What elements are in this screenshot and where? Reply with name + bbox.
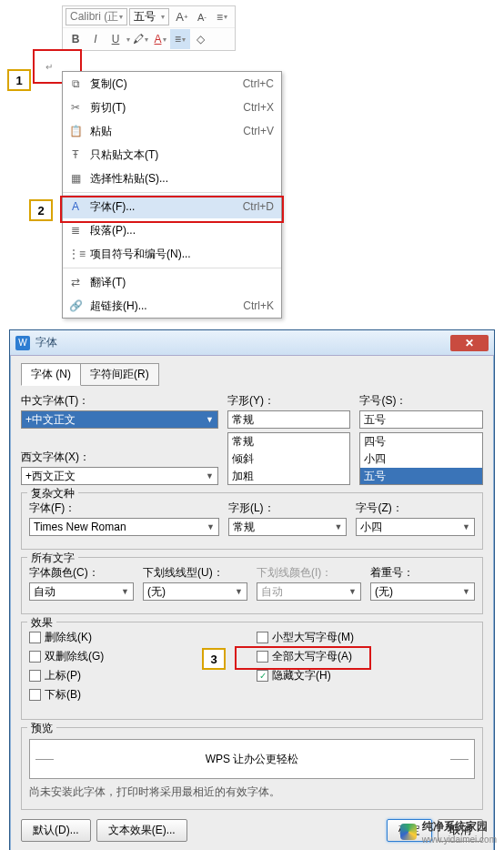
menu-separator bbox=[63, 192, 281, 193]
underline-style-combo[interactable]: (无)▼ bbox=[143, 582, 247, 601]
font-family-select[interactable]: Calibri (正▾ bbox=[66, 8, 127, 25]
underline-button[interactable]: U bbox=[106, 29, 126, 49]
callout-2: 2 bbox=[29, 199, 53, 221]
size-listbox[interactable]: 四号 小四 五号 bbox=[359, 432, 483, 485]
menu-bullets[interactable]: ⋮≡项目符号和编号(N)... bbox=[63, 242, 281, 266]
app-icon: W bbox=[15, 336, 30, 350]
paragraph-icon: ≣ bbox=[68, 224, 83, 237]
dialog-titlebar: W 字体 ✕ bbox=[10, 330, 494, 356]
default-button[interactable]: 默认(D)... bbox=[21, 819, 91, 842]
menu-translate[interactable]: ⇄翻译(T) bbox=[63, 270, 281, 294]
paste-special-icon: ▦ bbox=[68, 172, 83, 185]
smallcaps-checkbox[interactable]: 小型大写字母(M) bbox=[257, 630, 475, 645]
shrink-font-button[interactable]: A- bbox=[192, 7, 212, 27]
superscript-checkbox[interactable]: 上标(P) bbox=[29, 668, 247, 683]
style-input[interactable]: 常规 bbox=[227, 410, 351, 429]
text-effects-button[interactable]: 文本效果(E)... bbox=[96, 819, 187, 842]
menu-copy[interactable]: ⧉复制(C)Ctrl+C bbox=[63, 72, 281, 96]
bullets-icon: ⋮≡ bbox=[68, 248, 83, 260]
menu-separator bbox=[63, 268, 281, 268]
highlight-box-3 bbox=[235, 646, 371, 670]
copy-icon: ⧉ bbox=[68, 77, 83, 90]
font-size-select[interactable]: 五号▾ bbox=[129, 8, 169, 25]
font-dialog: W 字体 ✕ 字体 (N) 字符间距(R) 中文字体(T)： +中文正文▼ 字形… bbox=[9, 329, 495, 850]
preview-note: 尚未安装此字体，打印时将采用最相近的有效字体。 bbox=[29, 784, 475, 800]
highlight-button[interactable]: 🖍▾ bbox=[130, 29, 150, 49]
tab-spacing[interactable]: 字符间距(R) bbox=[80, 363, 159, 386]
menu-cut[interactable]: ✂剪切(T)Ctrl+X bbox=[63, 96, 281, 119]
scissors-icon: ✂ bbox=[68, 101, 83, 114]
clipboard-icon: 📋 bbox=[68, 125, 83, 137]
style-label: 字形(Y)： bbox=[227, 393, 351, 409]
cjk-font-label: 中文字体(T)： bbox=[21, 393, 218, 409]
menu-paste-text[interactable]: Ŧ只粘贴文本(T) bbox=[63, 143, 281, 167]
dialog-title: 字体 bbox=[35, 335, 57, 350]
tab-font[interactable]: 字体 (N) bbox=[21, 363, 81, 386]
callout-1: 1 bbox=[7, 69, 31, 91]
underline-color-combo: 自动▼ bbox=[257, 582, 361, 601]
strike-checkbox[interactable]: 删除线(K) bbox=[29, 630, 247, 645]
cjk-font-combo[interactable]: +中文正文▼ bbox=[21, 410, 218, 429]
latin-font-combo[interactable]: +西文正文▼ bbox=[21, 467, 218, 485]
size-input[interactable]: 五号 bbox=[359, 410, 483, 429]
complex-size-combo[interactable]: 小四▼ bbox=[356, 518, 475, 536]
watermark: 纯净系统家园 www.yidaimei.com bbox=[400, 819, 497, 845]
eraser-button[interactable]: ◇ bbox=[190, 29, 210, 49]
formatting-toolbar: Calibri (正▾ 五号▾ A+ A- ≡▾ B I U▾ 🖍▾ A▾ ≡▾… bbox=[62, 5, 236, 51]
translate-icon: ⇄ bbox=[68, 276, 83, 288]
hidden-checkbox[interactable]: ✓隐藏文字(H) bbox=[257, 668, 475, 683]
emphasis-combo[interactable]: (无)▼ bbox=[370, 582, 475, 601]
size-label: 字号(S)： bbox=[359, 393, 483, 409]
preview-display: WPS 让办公更轻松 bbox=[29, 739, 475, 779]
italic-button[interactable]: I bbox=[86, 29, 106, 49]
font-color-button[interactable]: A▾ bbox=[150, 29, 170, 49]
paragraph-mark-icon: ↵ bbox=[45, 62, 53, 72]
latin-font-label: 西文字体(X)： bbox=[21, 450, 218, 465]
grow-font-button[interactable]: A+ bbox=[172, 7, 192, 27]
menu-hyperlink[interactable]: 🔗超链接(H)...Ctrl+K bbox=[63, 294, 281, 318]
paste-text-icon: Ŧ bbox=[68, 148, 83, 161]
bold-button[interactable]: B bbox=[66, 29, 86, 49]
menu-paste-special[interactable]: ▦选择性粘贴(S)... bbox=[63, 167, 281, 190]
link-icon: 🔗 bbox=[68, 299, 83, 312]
context-menu: ⧉复制(C)Ctrl+C ✂剪切(T)Ctrl+X 📋粘贴Ctrl+V Ŧ只粘贴… bbox=[62, 71, 282, 319]
close-button[interactable]: ✕ bbox=[450, 335, 489, 351]
callout-3: 3 bbox=[202, 648, 226, 670]
effects-group: 效果 删除线(K) 双删除线(G) 上标(P) 下标(B) 小型大写字母(M) … bbox=[21, 622, 483, 720]
font-color-combo[interactable]: 自动▼ bbox=[29, 582, 134, 601]
preview-group: 预览 WPS 让办公更轻松 尚未安装此字体，打印时将采用最相近的有效字体。 bbox=[21, 727, 483, 810]
align-button[interactable]: ≡▾ bbox=[170, 29, 190, 49]
line-spacing-button[interactable]: ≡▾ bbox=[212, 7, 232, 27]
complex-font-combo[interactable]: Times New Roman▼ bbox=[29, 518, 219, 536]
watermark-logo-icon bbox=[400, 824, 417, 840]
complex-scripts-group: 复杂文种 字体(F)： Times New Roman▼ 字形(L)： 常规▼ … bbox=[21, 492, 483, 550]
subscript-checkbox[interactable]: 下标(B) bbox=[29, 687, 247, 703]
style-listbox[interactable]: 常规 倾斜 加粗 bbox=[227, 432, 351, 485]
menu-paste[interactable]: 📋粘贴Ctrl+V bbox=[63, 119, 281, 143]
complex-style-combo[interactable]: 常规▼ bbox=[228, 518, 348, 536]
highlight-box-2 bbox=[60, 196, 284, 223]
all-text-group: 所有文字 字体颜色(C)：自动▼ 下划线线型(U)：(无)▼ 下划线颜色(I)：… bbox=[21, 557, 483, 614]
